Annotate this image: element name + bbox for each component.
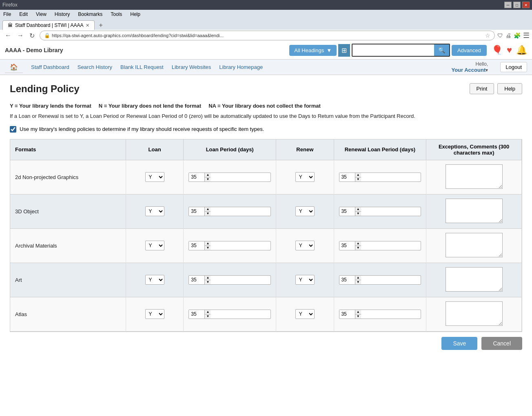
menu-icon[interactable]: ☰ <box>523 31 530 40</box>
security-icon: 🔒 <box>44 33 50 38</box>
minimize-button[interactable]: ─ <box>504 2 512 8</box>
renewal-period-input[interactable] <box>339 276 355 284</box>
exceptions-textarea[interactable] <box>446 267 503 292</box>
loan-period-up[interactable]: ▲ <box>205 276 211 280</box>
url-input[interactable] <box>52 33 483 38</box>
advanced-search-button[interactable]: Advanced <box>452 45 487 56</box>
loan-period-cell: ▲ ▼ <box>184 194 276 228</box>
nav-library-homepage[interactable]: Library Homepage <box>219 64 263 70</box>
renewal-period-up[interactable]: ▲ <box>355 173 361 177</box>
nav-blank-ill-request[interactable]: Blank ILL Request <box>120 64 164 70</box>
loan-period-spinners: ▲ ▼ <box>204 207 211 216</box>
loan-period-spinners: ▲ ▼ <box>204 241 211 250</box>
nav-library-websites[interactable]: Library Websites <box>172 64 211 70</box>
extension-icon[interactable]: 🧩 <box>514 32 521 39</box>
renewal-period-input[interactable] <box>339 173 355 181</box>
loan-period-input[interactable] <box>189 207 204 215</box>
col-exceptions: Exceptions, Comments (300 characters max… <box>426 139 522 160</box>
menu-view[interactable]: View <box>34 11 48 18</box>
renewal-period-down[interactable]: ▼ <box>355 314 361 319</box>
bookmark-icon[interactable]: ☆ <box>485 32 490 39</box>
renew-select[interactable]: YNNA <box>295 275 315 285</box>
shield-icon[interactable]: 🛡 <box>497 32 503 39</box>
close-button[interactable]: ✕ <box>522 2 530 8</box>
renew-select[interactable]: YNNA <box>295 206 315 216</box>
renew-select[interactable]: YNNA <box>295 241 315 250</box>
loan-select[interactable]: YNNA <box>145 172 164 182</box>
lending-policy-checkbox[interactable] <box>10 126 16 133</box>
renewal-period-up[interactable]: ▲ <box>355 310 361 314</box>
loan-select[interactable]: YNNA <box>145 206 164 216</box>
forward-button[interactable]: → <box>15 31 26 40</box>
menu-history[interactable]: History <box>53 11 71 18</box>
exceptions-textarea[interactable] <box>446 233 503 257</box>
account-link[interactable]: Your Account <box>451 67 485 73</box>
renew-select[interactable]: YNNA <box>295 172 315 182</box>
save-button[interactable]: Save <box>441 337 477 350</box>
menu-tools[interactable]: Tools <box>109 11 124 18</box>
loan-period-down[interactable]: ▼ <box>205 246 211 250</box>
loan-period-up[interactable]: ▲ <box>205 207 211 212</box>
nav-search-history[interactable]: Search History <box>78 64 112 70</box>
renewal-period-input[interactable] <box>339 310 355 318</box>
loan-period-input[interactable] <box>189 276 204 284</box>
loan-period-up[interactable]: ▲ <box>205 241 211 246</box>
loan-period-input[interactable] <box>189 173 204 181</box>
page-title: Lending Policy <box>10 83 80 95</box>
exceptions-textarea[interactable] <box>446 301 503 326</box>
search-button[interactable]: 🔍 <box>434 44 449 56</box>
menu-help[interactable]: Help <box>129 11 142 18</box>
notifications-icon[interactable]: 🔔 <box>516 45 527 55</box>
loan-period-input[interactable] <box>189 241 204 250</box>
loan-select[interactable]: YNNA <box>145 241 164 250</box>
search-input[interactable] <box>352 45 434 55</box>
menu-bookmarks[interactable]: Bookmarks <box>76 11 104 18</box>
cancel-button[interactable]: Cancel <box>481 337 522 350</box>
tab-close-button[interactable]: ✕ <box>86 23 89 28</box>
loan-period-up[interactable]: ▲ <box>205 310 211 314</box>
favorites-icon[interactable]: ♥ <box>507 45 512 55</box>
renewal-period-down[interactable]: ▼ <box>355 246 361 250</box>
renewal-period-spinners: ▲ ▼ <box>355 276 361 284</box>
menu-bar: File Edit View History Bookmarks Tools H… <box>0 10 532 19</box>
logout-button[interactable]: Logout <box>500 62 527 72</box>
col-loan: Loan <box>126 139 184 160</box>
menu-edit[interactable]: Edit <box>18 11 29 18</box>
loan-select[interactable]: YNNA <box>145 309 164 319</box>
menu-file[interactable]: File <box>2 11 13 18</box>
loan-period-up[interactable]: ▲ <box>205 173 211 177</box>
exceptions-textarea[interactable] <box>446 199 503 223</box>
loan-period-down[interactable]: ▼ <box>205 212 211 216</box>
url-bar[interactable]: 🔒 ☆ <box>40 31 495 40</box>
loan-select[interactable]: YNNA <box>145 275 164 285</box>
window-controls: ─ □ ✕ <box>504 2 530 8</box>
maximize-button[interactable]: □ <box>513 2 521 8</box>
help-button[interactable]: Help <box>497 83 522 94</box>
renewal-period-up[interactable]: ▲ <box>355 276 361 280</box>
database-icon[interactable]: ⊞ <box>338 44 350 57</box>
loan-period-down[interactable]: ▼ <box>205 314 211 319</box>
reload-button[interactable]: ↻ <box>27 31 37 40</box>
renewal-period-input[interactable] <box>339 241 355 250</box>
heading-dropdown[interactable]: All Headings ▼ <box>289 45 337 56</box>
print-browser-icon[interactable]: 🖨 <box>505 32 511 39</box>
loan-period-down[interactable]: ▼ <box>205 280 211 284</box>
back-button[interactable]: ← <box>2 31 14 40</box>
loan-period-input[interactable] <box>189 310 204 318</box>
loan-period-down[interactable]: ▼ <box>205 177 211 181</box>
renewal-period-up[interactable]: ▲ <box>355 207 361 212</box>
renewal-period-up[interactable]: ▲ <box>355 241 361 246</box>
renew-select[interactable]: YNNA <box>295 309 315 319</box>
exceptions-textarea[interactable] <box>446 164 503 189</box>
exceptions-cell <box>426 263 522 297</box>
renewal-period-down[interactable]: ▼ <box>355 177 361 181</box>
renewal-period-down[interactable]: ▼ <box>355 280 361 284</box>
home-icon[interactable]: 🏠 <box>5 62 23 73</box>
renewal-period-input[interactable] <box>339 207 355 215</box>
renewal-period-down[interactable]: ▼ <box>355 212 361 216</box>
exceptions-cell <box>426 160 522 194</box>
print-button[interactable]: Print <box>470 83 494 94</box>
active-tab[interactable]: 🏛 Staff Dashboard | STWI | AAAA ✕ <box>2 20 95 30</box>
nav-staff-dashboard[interactable]: Staff Dashboard <box>31 64 69 70</box>
new-tab-button[interactable]: + <box>96 22 105 29</box>
